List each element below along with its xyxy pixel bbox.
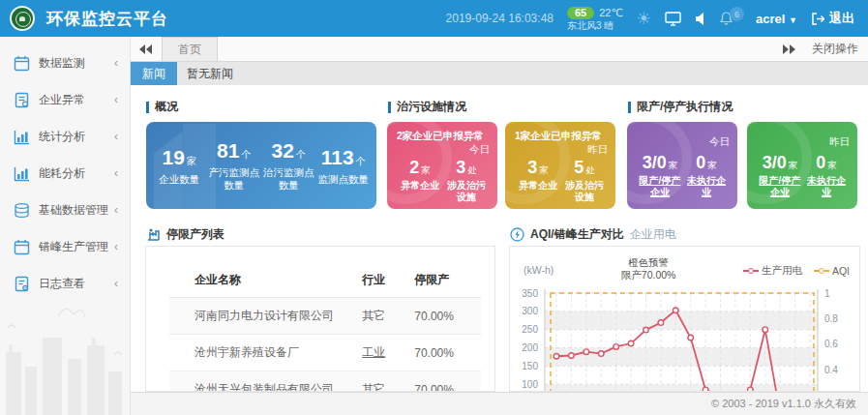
- notification-count-badge[interactable]: 6: [730, 7, 744, 21]
- chart-subtitle: 企业用电: [630, 226, 676, 243]
- scroll-tabs-left-button[interactable]: [131, 44, 162, 54]
- stat-treatment-points: 32个 治污监测点数量: [261, 139, 315, 192]
- y-axis-unit-label: (kW-h): [524, 264, 554, 276]
- svg-text:0.4: 0.4: [824, 365, 838, 375]
- svg-text:1: 1: [824, 288, 830, 299]
- double-left-arrow-icon: [139, 44, 153, 54]
- monitor-icon[interactable]: [665, 12, 681, 26]
- production-yesterday-card: 昨日 3/0家 限产/停产企业 0家 未执行企业: [747, 122, 857, 209]
- stat-restricted-enterprises: 3/0家 限产/停产企业: [757, 153, 803, 198]
- speaker-icon[interactable]: [695, 13, 706, 25]
- copyright-label: © 2003 - 2019 v1.1.0 永久有效: [711, 397, 856, 411]
- sidebar-item-statistics[interactable]: 统计分析‹: [0, 118, 130, 155]
- svg-text:0.8: 0.8: [824, 313, 838, 324]
- overview-stats-card: 19家 企业数量 81个 产污监测点数量 32个 治污监测点数量 113个 监测…: [146, 122, 376, 209]
- svg-text:100: 100: [522, 379, 538, 390]
- treatment-yesterday-card: 1家企业已申报异常 昨日 3家 异常企业 5处 涉及治污设施: [505, 122, 615, 209]
- stat-enterprise-count: 19家 企业数量: [152, 146, 206, 186]
- sidebar-item-enterprise-abnormal[interactable]: 企业异常‹: [0, 81, 130, 118]
- chevron-left-icon: ‹: [114, 93, 118, 106]
- document-icon: [14, 92, 30, 108]
- svg-text:200: 200: [522, 342, 538, 353]
- aqi-chart-title: AQI/错峰生产对比 企业用电: [510, 226, 676, 243]
- line-marker-icon: [814, 268, 829, 274]
- line-chart: 35030025020015010050010.80.60.40.2: [510, 285, 854, 392]
- industry-link[interactable]: 工业: [362, 345, 385, 359]
- chevron-left-icon: ‹: [114, 166, 118, 180]
- svg-text:250: 250: [522, 324, 538, 335]
- svg-text:350: 350: [522, 288, 538, 299]
- restriction-table: 企业名称 行业 停限产 河南同力电力设计有限公司 其它 70.00% 沧州宇新养…: [169, 264, 481, 392]
- sidebar-item-log-view[interactable]: 日志查看‹: [0, 265, 130, 302]
- sun-weather-icon: ☀: [637, 11, 651, 27]
- chart-header: (kW-h) 橙色预警限产70.00% 生产用电 AQI: [510, 247, 859, 285]
- calendar-icon: [14, 239, 30, 255]
- legend-item-production-power[interactable]: 生产用电: [743, 264, 802, 278]
- bar-chart-icon: [14, 129, 30, 145]
- news-content: 暂无新闻: [187, 66, 233, 82]
- news-bar: 新闻 暂无新闻: [131, 62, 868, 85]
- bell-icon[interactable]: 6: [720, 12, 733, 25]
- close-operations-menu[interactable]: 关闭操作: [804, 41, 868, 57]
- weather-widget: 65 22℃ 东北风3 晴: [567, 7, 623, 31]
- app-header: 环保监控云平台 2019-09-24 16:03:48 65 22℃ 东北风3 …: [0, 0, 868, 37]
- datetime-label: 2019-09-24 16:03:48: [446, 12, 554, 25]
- stat-pollution-points: 81个 产污监测点数量: [207, 139, 261, 192]
- aqi-badge: 65: [567, 7, 594, 19]
- stat-abnormal-enterprises: 2家 异常企业: [397, 158, 443, 203]
- scroll-tabs-right-button[interactable]: [773, 44, 804, 54]
- table-row: 沧州宇新养殖设备厂 工业 70.00%: [169, 335, 481, 371]
- sidebar-item-energy-analysis[interactable]: 能耗分析‹: [0, 155, 130, 192]
- overview-section-title: 概况: [146, 99, 178, 115]
- chart-legend: 生产用电 AQI: [743, 264, 850, 278]
- header-toolbar: 2019-09-24 16:03:48 65 22℃ 东北风3 晴 ☀ 6 ac…: [446, 7, 868, 31]
- logout-button[interactable]: 退出: [811, 10, 854, 27]
- chevron-left-icon: ‹: [114, 240, 118, 253]
- stat-abnormal-enterprises: 3家 异常企业: [515, 158, 561, 203]
- aqi-chart-panel: (kW-h) 橙色预警限产70.00% 生产用电 AQI 35030025020…: [509, 246, 860, 392]
- title-accent-bar: [628, 102, 631, 113]
- sidebar: 数据监测‹ 企业异常‹ 统计分析‹ 能耗分析‹ 基础数据管理‹ 错峰生产管理‹ …: [0, 37, 131, 415]
- tab-home[interactable]: 首页: [162, 37, 218, 61]
- double-right-arrow-icon: [782, 44, 795, 54]
- table-row: 河南同力电力设计有限公司 其它 70.00%: [169, 298, 481, 335]
- warning-annotation: 橙色预警限产70.00%: [554, 256, 743, 282]
- restriction-list-panel: 企业名称 行业 停限产 河南同力电力设计有限公司 其它 70.00% 沧州宇新养…: [145, 246, 495, 392]
- sidebar-item-data-monitor[interactable]: 数据监测‹: [0, 44, 130, 81]
- sidebar-item-peak-production[interactable]: 错峰生产管理‹: [0, 228, 130, 265]
- stat-restricted-enterprises: 3/0家 限产/停产企业: [637, 153, 683, 198]
- chevron-left-icon: ‹: [114, 56, 118, 70]
- user-menu[interactable]: acrel ▼: [756, 12, 797, 26]
- production-today-card: 今日 3/0家 限产/停产企业 0家 未执行企业: [627, 122, 737, 209]
- chevron-down-icon: ▼: [789, 15, 797, 25]
- title-accent-bar: [388, 102, 391, 113]
- chevron-left-icon: ‹: [114, 203, 118, 217]
- lightning-circle-icon: [510, 227, 524, 242]
- database-icon: [14, 202, 30, 219]
- sidebar-item-base-data[interactable]: 基础数据管理‹: [0, 192, 130, 228]
- calendar-icon: [14, 55, 30, 72]
- log-icon: [14, 276, 30, 292]
- news-tab[interactable]: 新闻: [131, 62, 177, 85]
- treatment-today-card: 2家企业已申报异常 今日 2家 异常企业 3处 涉及治污设施: [387, 122, 497, 209]
- stat-nonexecuting-enterprises: 0家 未执行企业: [803, 153, 850, 198]
- stat-involved-facilities: 5处 涉及治污设施: [561, 158, 608, 203]
- app-title: 环保监控云平台: [46, 8, 168, 30]
- legend-item-aqi[interactable]: AQI: [814, 264, 850, 278]
- svg-text:300: 300: [522, 306, 538, 316]
- main-content: 概况 治污设施情况 限产/停产执行情况 19家 企业数量 81个 产污监测点数量…: [131, 85, 868, 392]
- wind-label: 东北风3 晴: [567, 20, 623, 31]
- stat-involved-facilities: 3处 涉及治污设施: [443, 158, 490, 203]
- app-logo-icon: [10, 6, 35, 31]
- temperature-label: 22℃: [599, 8, 623, 18]
- bar-chart-icon: [14, 165, 30, 182]
- chevron-left-icon: ‹: [114, 130, 118, 143]
- footer: © 2003 - 2019 v1.1.0 永久有效: [131, 392, 868, 415]
- stat-nonexecuting-enterprises: 0家 未执行企业: [683, 153, 730, 198]
- production-section-title: 限产/停产执行情况: [628, 99, 733, 115]
- app-root: 环保监控云平台 2019-09-24 16:03:48 65 22℃ 东北风3 …: [0, 0, 868, 415]
- chevron-left-icon: ‹: [114, 277, 118, 290]
- svg-text:150: 150: [522, 361, 538, 371]
- factory-icon: [146, 227, 161, 242]
- logout-icon: [811, 13, 824, 25]
